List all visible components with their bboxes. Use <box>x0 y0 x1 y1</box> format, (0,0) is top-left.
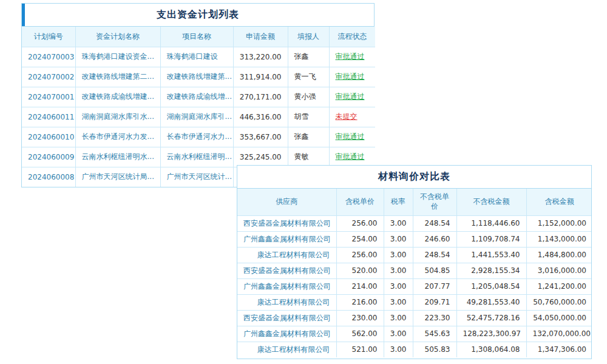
price-without-tax-cell: 246.60 <box>413 231 456 247</box>
column-header: 项目名称 <box>160 27 233 47</box>
status-link[interactable]: 审批通过 <box>329 87 375 107</box>
table-row: 2024070003珠海鹤港口建设资金...珠海鹤港口建设313,220.00张… <box>22 47 375 67</box>
price-without-tax-cell: 223.30 <box>413 310 456 326</box>
plan-no-link[interactable]: 2024070002 <box>22 67 75 87</box>
amount-with-tax-cell: 132,070,000.00 <box>526 326 592 342</box>
supplier-link[interactable]: 康达工程材料有限公司 <box>237 294 336 310</box>
table-row: 广州鑫鑫金属材料有限公司214.003.00207.771,205,048.54… <box>237 278 592 294</box>
amount-without-tax-cell: 1,109,708.74 <box>456 231 526 247</box>
column-header: 不含税金额 <box>456 189 526 215</box>
price-with-tax-cell: 521.00 <box>336 342 384 357</box>
supplier-link[interactable]: 西安盛器金属材料有限公司 <box>237 263 336 278</box>
supplier-link[interactable]: 康达工程材料有限公司 <box>237 247 336 263</box>
table-row: 广州鑫鑫金属材料有限公司254.003.00246.601,109,708.74… <box>237 231 592 247</box>
fund-name-link[interactable]: 改建铁路成渝线增建... <box>75 87 160 107</box>
fund-name-link[interactable]: 云南水利枢纽潜明水... <box>75 147 160 167</box>
status-link[interactable]: 审批通过 <box>329 47 375 67</box>
tax-rate-cell: 3.00 <box>384 215 413 231</box>
status-link[interactable]: 审批通过 <box>329 67 375 87</box>
status-link[interactable]: 审批通过 <box>329 127 375 147</box>
project-name-link[interactable]: 改建铁路线增建第... <box>160 67 233 87</box>
project-name-link[interactable]: 广州市天河区统计... <box>160 167 233 187</box>
table-row: 2024060010长春市伊通河水力发...长春市伊通河水力...353,667… <box>22 127 375 147</box>
supplier-link[interactable]: 广州鑫鑫金属材料有限公司 <box>237 231 336 247</box>
supplier-link[interactable]: 广州鑫鑫金属材料有限公司 <box>237 326 336 342</box>
project-name-link[interactable]: 珠海鹤港口建设 <box>160 47 233 67</box>
supplier-link[interactable]: 广州鑫鑫金属材料有限公司 <box>237 278 336 294</box>
price-without-tax-cell: 545.63 <box>413 326 456 342</box>
price-without-tax-cell: 207.77 <box>413 278 456 294</box>
tax-rate-cell: 3.00 <box>384 326 413 342</box>
price-with-tax-cell: 254.00 <box>336 231 384 247</box>
supplier-link[interactable]: 西安盛器金属材料有限公司 <box>237 310 336 326</box>
tax-rate-cell: 3.00 <box>384 247 413 263</box>
table-row: 2024060009云南水利枢纽潜明水...云南水利枢纽潜明...325,245… <box>22 147 375 167</box>
plan-no-link[interactable]: 2024060008 <box>22 167 75 187</box>
plan-no-link[interactable]: 2024070003 <box>22 47 75 67</box>
amount-without-tax-cell: 1,441,553.40 <box>456 247 526 263</box>
title-accent-bar <box>22 4 25 26</box>
column-header: 流程状态 <box>329 27 375 47</box>
material-quote-panel: 材料询价对比表 供应商含税单价税率不含税单价不含税金额含税金额 西安盛器金属材料… <box>237 165 592 359</box>
tax-rate-cell: 3.00 <box>384 263 413 278</box>
fund-name-link[interactable]: 湖南洞庭湖水库引水... <box>75 107 160 127</box>
reporter-cell: 胡雪 <box>288 107 329 127</box>
expenditure-plan-table: 计划编号资金计划名称项目名称申请金额填报人流程状态 2024070003珠海鹤港… <box>22 27 375 187</box>
amount-with-tax-cell: 50,760,000.00 <box>526 294 592 310</box>
status-link[interactable]: 未提交 <box>329 107 375 127</box>
table-row: 康达工程材料有限公司216.003.00209.7149,281,553.405… <box>237 294 592 310</box>
header-row: 计划编号资金计划名称项目名称申请金额填报人流程状态 <box>22 27 375 47</box>
plan-no-link[interactable]: 2024060011 <box>22 107 75 127</box>
amount-cell: 446,316.00 <box>233 107 288 127</box>
table-row: 西安盛器金属材料有限公司520.003.00504.852,928,155.34… <box>237 263 592 278</box>
column-header: 计划编号 <box>22 27 75 47</box>
reporter-cell: 黄小强 <box>288 87 329 107</box>
price-without-tax-cell: 209.71 <box>413 294 456 310</box>
amount-without-tax-cell: 1,308,064.08 <box>456 342 526 357</box>
tax-rate-cell: 3.00 <box>384 278 413 294</box>
table-row: 西安盛器金属材料有限公司230.003.00223.3052,475,728.1… <box>237 310 592 326</box>
table-row: 康达工程材料有限公司256.003.00248.541,441,553.401,… <box>237 247 592 263</box>
project-name-link[interactable]: 改建铁路成渝线增... <box>160 87 233 107</box>
project-name-link[interactable]: 湖南洞庭湖水库引... <box>160 107 233 127</box>
amount-with-tax-cell: 1,484,800.00 <box>526 247 592 263</box>
material-quote-table-header: 供应商含税单价税率不含税单价不含税金额含税金额 <box>237 189 592 215</box>
table-row: 广州鑫鑫金属材料有限公司562.003.00545.63128,223,300.… <box>237 326 592 342</box>
price-with-tax-cell: 230.00 <box>336 310 384 326</box>
expenditure-plan-title-bar: 支出资金计划列表 <box>22 4 374 27</box>
amount-without-tax-cell: 52,475,728.16 <box>456 310 526 326</box>
amount-with-tax-cell: 1,347,306.00 <box>526 342 592 357</box>
table-row: 2024060011湖南洞庭湖水库引水...湖南洞庭湖水库引...446,316… <box>22 107 375 127</box>
header-row: 供应商含税单价税率不含税单价不含税金额含税金额 <box>237 189 592 215</box>
status-link[interactable]: 审批通过 <box>329 147 375 167</box>
amount-with-tax-cell: 1,152,000.00 <box>526 215 592 231</box>
expenditure-plan-panel: 支出资金计划列表 计划编号资金计划名称项目名称申请金额填报人流程状态 20240… <box>21 3 375 187</box>
price-with-tax-cell: 256.00 <box>336 247 384 263</box>
amount-cell: 313,220.00 <box>233 47 288 67</box>
amount-cell: 311,914.00 <box>233 67 288 87</box>
fund-name-link[interactable]: 长春市伊通河水力发... <box>75 127 160 147</box>
column-header: 资金计划名称 <box>75 27 160 47</box>
material-quote-title-bar: 材料询价对比表 <box>237 166 591 189</box>
supplier-link[interactable]: 西安盛器金属材料有限公司 <box>237 215 336 231</box>
amount-with-tax-cell: 1,241,200.00 <box>526 278 592 294</box>
reporter-cell: 黄敏 <box>288 147 329 167</box>
amount-without-tax-cell: 49,281,553.40 <box>456 294 526 310</box>
fund-name-link[interactable]: 珠海鹤港口建设资金... <box>75 47 160 67</box>
plan-no-link[interactable]: 2024060009 <box>22 147 75 167</box>
expenditure-plan-table-header: 计划编号资金计划名称项目名称申请金额填报人流程状态 <box>22 27 375 47</box>
column-header: 申请金额 <box>233 27 288 47</box>
plan-no-link[interactable]: 2024070001 <box>22 87 75 107</box>
amount-with-tax-cell: 54,050,000.00 <box>526 310 592 326</box>
material-quote-table: 供应商含税单价税率不含税单价不含税金额含税金额 西安盛器金属材料有限公司256.… <box>237 189 592 357</box>
price-with-tax-cell: 562.00 <box>336 326 384 342</box>
plan-no-link[interactable]: 2024060010 <box>22 127 75 147</box>
price-without-tax-cell: 248.54 <box>413 215 456 231</box>
column-header: 含税金额 <box>526 189 592 215</box>
supplier-link[interactable]: 康达工程材料有限公司 <box>237 342 336 357</box>
fund-name-link[interactable]: 广州市天河区统计局... <box>75 167 160 187</box>
project-name-link[interactable]: 长春市伊通河水力... <box>160 127 233 147</box>
fund-name-link[interactable]: 改建铁路线增建第二... <box>75 67 160 87</box>
project-name-link[interactable]: 云南水利枢纽潜明... <box>160 147 233 167</box>
table-row: 2024070002改建铁路线增建第二...改建铁路线增建第...311,914… <box>22 67 375 87</box>
